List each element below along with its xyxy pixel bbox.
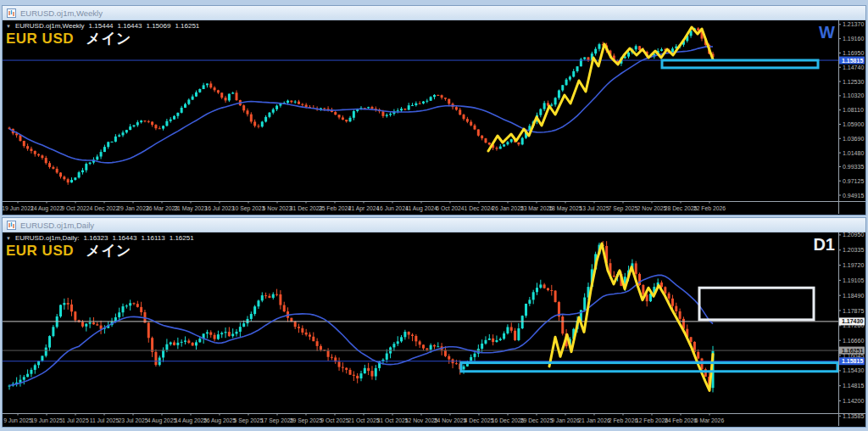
symbol-watermark: EUR USD メイン [6, 29, 131, 48]
date-tick-label: 4 Dec 2022 [90, 205, 120, 211]
price-tick-label: 1.19105 [843, 277, 864, 283]
price-marker-label: 1.17430 [842, 318, 863, 324]
moving-average-line[interactable] [9, 47, 713, 163]
quote-close: 1.16251 [170, 234, 194, 242]
price-tick-label: 1.10320 [843, 92, 864, 98]
date-tick-label: 9 Jan 2026 [551, 417, 580, 423]
timeframe-badge: D1 [813, 235, 835, 255]
date-tick-label: 7 Sep 2025 [609, 205, 638, 212]
window-title: EURUSD.oj1m,Weekly [20, 8, 103, 18]
price-tick-label: 0.94915 [843, 193, 864, 199]
price-axis[interactable]: 1.209501.203351.197201.191051.184901.178… [838, 232, 865, 419]
trading-workspace: { "app": {"background": "#b7cde6", "char… [0, 0, 868, 431]
date-tick-label: 23 Jul 2025 [118, 417, 147, 423]
date-tick-label: 10 Sep 2023 [232, 205, 265, 212]
date-tick-label: 21 May 2023 [174, 205, 208, 212]
date-tick-label: 16 Jul 2023 [204, 205, 234, 211]
date-tick-label: 1 Dec 2024 [465, 205, 494, 211]
date-tick-label: 26 Aug 2025 [203, 417, 236, 424]
date-tick-label: 5 Sep 2025 [234, 417, 264, 424]
date-tick-label: 31 Dec 2023 [290, 205, 323, 211]
quote-expander-icon[interactable]: ▼ [6, 236, 11, 241]
moving-average-line[interactable] [9, 275, 713, 385]
window-titlebar[interactable]: EURUSD.oj1m,Weekly [3, 6, 865, 20]
date-tick-label: 11 Jul 2025 [90, 417, 120, 423]
timeframe-badge: W [819, 23, 835, 42]
date-tick-label: 21 Apr 2024 [348, 205, 380, 212]
price-axis[interactable]: 1.213701.191601.169501.147401.125301.103… [838, 21, 865, 198]
quote-close: 1.16251 [175, 22, 199, 30]
date-tick-label: 18 May 2025 [548, 205, 582, 212]
price-tick-label: 1.01480 [843, 150, 864, 156]
price-tick-label: 1.13585 [843, 413, 864, 419]
price-tick-label: 1.14740 [843, 64, 864, 70]
price-marker-label: 1.16251 [842, 348, 863, 354]
date-axis[interactable]: 9 Jun 202519 Jun 20251 Jul 202511 Jul 20… [3, 413, 724, 424]
date-tick-label: 29 Sep 2025 [290, 417, 323, 424]
price-tick-label: 1.16950 [843, 50, 864, 56]
price-tick-label: 1.12530 [843, 79, 864, 85]
date-tick-label: 29 Jan 2023 [117, 205, 149, 211]
chart-window-weekly: EURUSD.oj1m,Weekly 1.213701.191601.16950… [2, 5, 866, 216]
daily-chart-svg[interactable]: 1.209501.203351.197201.191051.184901.178… [3, 232, 865, 426]
price-marker-label: 1.15815 [842, 58, 863, 64]
date-tick-label: 9 Jun 2025 [3, 417, 32, 423]
price-tick-label: 1.14200 [843, 398, 864, 404]
date-tick-label: 26 Jan 2025 [492, 205, 524, 211]
rectangle-objects[interactable] [662, 60, 818, 68]
date-tick-label: 14 Aug 2025 [175, 417, 207, 424]
symbol-watermark: EUR USD メイン [6, 241, 131, 260]
date-tick-label: 21 Jan 2026 [578, 417, 610, 423]
watermark-suffix: メイン [86, 31, 131, 47]
price-tick-label: 1.18490 [843, 293, 864, 299]
date-tick-label: 5 Nov 2023 [263, 205, 292, 211]
date-tick-label: 9 Oct 2025 [320, 417, 348, 423]
date-tick-label: 1 Jul 2025 [62, 417, 89, 423]
date-tick-label: 4 Dec 2025 [465, 417, 494, 423]
date-tick-label: 4 Aug 2025 [147, 417, 177, 424]
date-tick-label: 12 Nov 2025 [405, 417, 438, 423]
date-tick-label: 6 Mar 2026 [695, 417, 725, 423]
chart-window-icon [7, 8, 16, 18]
price-tick-label: 0.99335 [843, 164, 864, 170]
price-marker-label: 1.15815 [842, 358, 863, 364]
date-tick-label: 16 Dec 2025 [492, 417, 525, 423]
price-tick-label: 1.17875 [843, 308, 864, 314]
date-tick-label: 2 Nov 2025 [637, 205, 667, 211]
date-tick-label: 19 Jun 2025 [31, 417, 63, 423]
date-tick-label: 16 Jun 2024 [376, 205, 409, 211]
watermark-symbol: EUR USD [6, 31, 74, 47]
price-tick-label: 1.20335 [843, 247, 864, 253]
price-tick-label: 1.19720 [843, 262, 864, 268]
price-tick-label: 1.19160 [843, 36, 864, 42]
date-tick-label: 9 Oct 2022 [61, 205, 89, 211]
price-tick-label: 1.03690 [843, 136, 864, 142]
date-axis[interactable]: 19 Jun 202214 Aug 20229 Oct 20224 Dec 20… [3, 201, 726, 212]
chart-canvas-daily[interactable]: 1.209501.203351.197201.191051.184901.178… [3, 232, 865, 427]
price-tick-label: 1.16660 [843, 338, 864, 344]
date-tick-label: 24 Nov 2025 [434, 417, 467, 423]
date-tick-label: 11 Aug 2024 [405, 205, 437, 212]
price-tick-label: 1.08110 [843, 107, 864, 113]
candlestick-series[interactable] [8, 241, 715, 392]
chart-canvas-weekly[interactable]: 1.213701.191601.169501.147401.125301.103… [3, 20, 865, 215]
weekly-chart-svg[interactable]: 1.213701.191601.169501.147401.125301.103… [3, 20, 865, 214]
watermark-symbol: EUR USD [6, 243, 74, 259]
price-tick-label: 1.15430 [843, 367, 864, 373]
date-tick-label: 13 Jul 2025 [579, 205, 609, 211]
date-tick-label: 19 Jun 2022 [3, 205, 34, 211]
date-tick-label: 2 Feb 2026 [609, 417, 638, 423]
date-tick-label: 17 Sep 2025 [261, 417, 294, 424]
zigzag-line[interactable] [488, 27, 713, 151]
quote-expander-icon[interactable]: ▼ [6, 24, 11, 29]
date-tick-label: 14 Aug 2022 [31, 205, 63, 212]
date-tick-label: 22 Feb 2026 [693, 205, 726, 211]
date-tick-label: 12 Feb 2026 [636, 417, 668, 423]
window-titlebar[interactable]: EURUSD.oj1m,Daily [3, 218, 865, 232]
price-tick-label: 1.20950 [843, 232, 864, 238]
date-tick-label: 24 Feb 2026 [665, 417, 697, 423]
window-title: EURUSD.oj1m,Daily [20, 221, 94, 230]
chart-window-daily: EURUSD.oj1m,Daily 1.209501.203351.197201… [2, 217, 866, 428]
watermark-suffix: メイン [86, 243, 131, 259]
date-tick-label: 29 Dec 2025 [520, 417, 554, 423]
